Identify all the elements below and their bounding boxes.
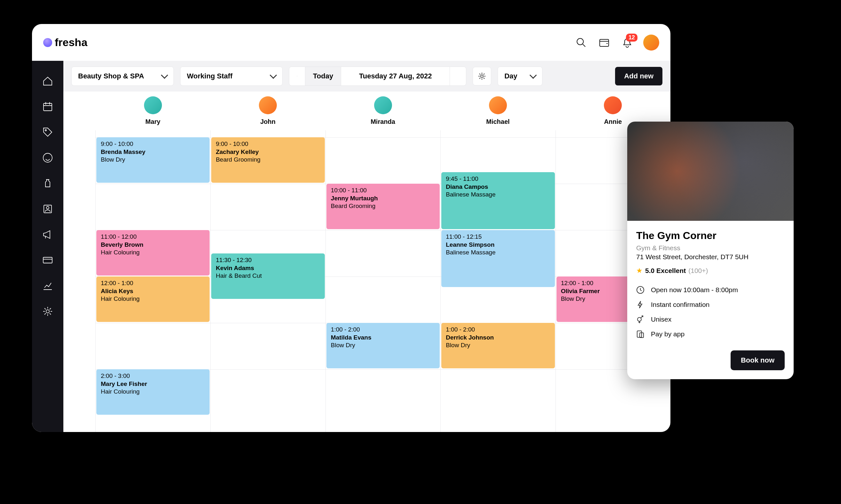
appointment-client: Matilda Evans [331,334,435,341]
nav-home[interactable] [42,75,53,88]
appointment-service: Blow Dry [446,342,550,349]
nav-marketing[interactable] [42,229,53,241]
chevron-right-icon [458,74,458,78]
appointment-service: Balinese Massage [446,191,550,198]
calendar-icon [42,101,53,112]
appointment-service: Blow Dry [331,342,435,349]
notification-badge: 12 [626,34,638,41]
header-actions: 12 [574,35,659,51]
book-now-button[interactable]: Book now [731,350,785,370]
appointment[interactable]: 9:00 - 10:00Brenda MasseyBlow Dry [96,137,210,183]
business-rating: ★ 5.0 Excellent (100+) [636,267,785,275]
rating-value: 5.0 Excellent [645,267,686,274]
nav-clients[interactable] [42,203,53,216]
nav-settings[interactable] [42,306,53,319]
home-icon [42,75,53,87]
staff-column[interactable]: 9:00 - 10:00Zachary KelleyBeard Grooming… [210,130,325,432]
current-date[interactable]: Tuesday 27 Aug, 2022 [341,67,450,86]
staff-column[interactable]: 10:00 - 11:00Jenny MurtaughBeard Groomin… [325,130,440,432]
appointment-time: 11:30 - 12:30 [216,257,320,264]
next-day-button[interactable] [450,67,466,86]
appointment-service: Beard Grooming [331,202,435,210]
appointment-time: 10:00 - 11:00 [331,187,435,194]
star-icon: ★ [636,267,643,275]
logo-icon [43,38,52,47]
wallet-icon [599,37,610,48]
chevron-left-icon [297,74,297,78]
feature-confirmation: Instant confirmation [636,297,785,312]
hours-text: Open now 10:00am - 8:00pm [651,286,738,294]
gender-text: Unisex [651,316,672,323]
search-icon [576,37,587,48]
staff-column[interactable]: 9:00 - 10:00Brenda MasseyBlow Dry11:00 -… [95,130,210,432]
staff-name: Michael [486,118,509,125]
prev-day-button[interactable] [289,67,305,86]
appointment[interactable]: 9:00 - 10:00Zachary KelleyBeard Grooming [211,137,324,183]
staff-header[interactable]: John [210,96,325,125]
appointment[interactable]: 1:00 - 2:00Derrick JohnsonBlow Dry [441,323,555,368]
appointment-client: Jenny Murtaugh [331,195,435,202]
nav-analytics[interactable] [42,280,53,293]
location-select[interactable]: Beauty Shop & SPA [71,67,174,86]
appointment-time: 9:45 - 11:00 [446,175,550,182]
chevron-down-icon [270,72,277,79]
staff-column[interactable]: 9:45 - 11:00Diana CamposBalinese Massage… [440,130,555,432]
add-new-button[interactable]: Add new [615,67,662,86]
gear-icon [478,72,486,80]
view-select[interactable]: Day [498,67,542,86]
appointment[interactable]: 10:00 - 11:00Jenny MurtaughBeard Groomin… [326,184,440,229]
app-body: Beauty Shop & SPA Working Staff Today Tu… [32,61,670,432]
search-button[interactable] [574,36,588,50]
date-navigator: Today Tuesday 27 Aug, 2022 [289,67,466,86]
business-category: Gym & Fitness [636,244,785,252]
tag-icon [42,126,53,138]
nav-payments[interactable] [42,254,53,267]
appointment-service: Blow Dry [101,156,205,163]
appointment-time: 9:00 - 10:00 [216,141,320,147]
payment-text: Pay by app [651,330,684,338]
calendar-settings-button[interactable] [473,67,491,86]
wallet-button[interactable] [597,36,611,50]
appointment[interactable]: 11:00 - 12:15Leanne SimpsonBalinese Mass… [441,230,555,287]
notifications-button[interactable]: 12 [620,36,634,50]
staff-avatar [374,96,392,114]
nav-feedback[interactable] [42,152,53,165]
main-content: Beauty Shop & SPA Working Staff Today Tu… [64,61,670,432]
appointment[interactable]: 11:30 - 12:30Kevin AdamsHair & Beard Cut [211,253,324,299]
staff-avatar [259,96,277,114]
svg-rect-7 [43,257,52,263]
staff-header[interactable]: Miranda [325,96,440,125]
appointment-client: Mary Lee Fisher [101,380,205,388]
location-label: Beauty Shop & SPA [78,72,144,80]
appointment[interactable]: 11:00 - 12:00Beverly BrownHair Colouring [96,230,210,275]
appointment[interactable]: 1:00 - 2:00Matilda EvansBlow Dry [326,323,440,368]
staff-header[interactable]: Michael [440,96,555,125]
confirmation-text: Instant confirmation [651,301,710,308]
appointment[interactable]: 9:45 - 11:00Diana CamposBalinese Massage [441,172,555,229]
staff-filter-label: Working Staff [187,72,233,80]
feature-payment: Pay by app [636,327,785,341]
business-image [627,122,794,221]
person-icon [42,203,53,215]
today-button[interactable]: Today [305,67,341,86]
nav-calendar[interactable] [42,101,53,113]
time-column: 9:00am10:00am11:00am12:00pm1:00pm2:00pm [64,130,95,432]
nav-tags[interactable] [42,126,53,139]
logo[interactable]: fresha [43,36,87,49]
appointment-service: Beard Grooming [216,156,320,163]
nav-products[interactable] [42,178,53,191]
appointment[interactable]: 12:00 - 1:00Alicia KeysHair Colouring [96,276,210,322]
staff-header[interactable]: Mary [95,96,210,125]
business-card-body: The Gym Corner Gym & Fitness 71 West Str… [627,221,794,350]
chart-icon [42,280,53,291]
staff-name: Miranda [371,118,395,125]
staff-header[interactable]: Annie [556,96,670,125]
view-label: Day [504,72,517,80]
user-avatar[interactable] [643,35,659,51]
bolt-icon [636,301,645,309]
appointment-client: Leanne Simpson [446,241,550,248]
appointment[interactable]: 2:00 - 3:00Mary Lee FisherHair Colouring [96,369,210,415]
unisex-icon [636,315,645,324]
staff-filter-select[interactable]: Working Staff [180,67,283,86]
staff-header-row: MaryJohnMirandaMichaelAnnie [64,91,670,130]
